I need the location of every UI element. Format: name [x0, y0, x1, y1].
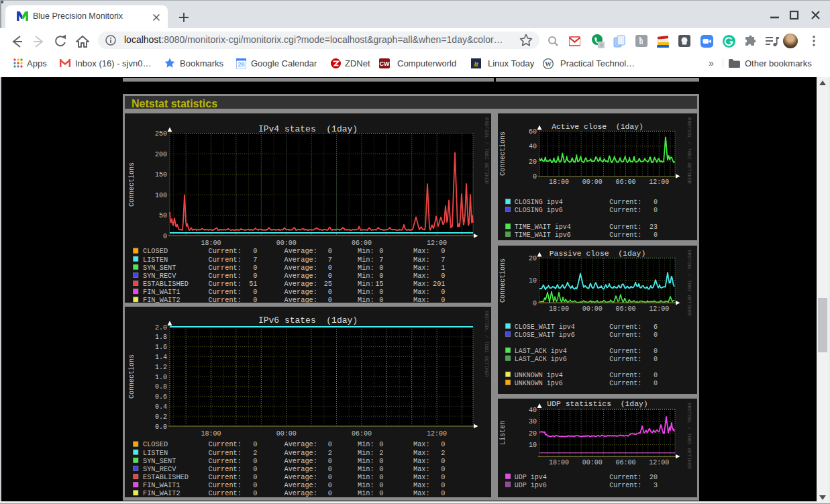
- svg-text:Min:: Min:: [358, 296, 374, 303]
- svg-text:Passive close (1day): Passive close (1day): [550, 250, 646, 258]
- svg-text:0: 0: [379, 440, 383, 448]
- svg-text:0: 0: [441, 296, 445, 303]
- svg-text:Current:: Current:: [609, 232, 641, 239]
- svg-text:1.2: 1.2: [155, 364, 167, 371]
- svg-text:7: 7: [441, 256, 445, 264]
- svg-text:30: 30: [529, 418, 537, 425]
- svg-text:20: 20: [650, 474, 658, 481]
- svg-text:0: 0: [379, 247, 383, 255]
- svg-text:UDP ipv4: UDP ipv4: [515, 474, 547, 481]
- svg-text:Current:: Current:: [209, 457, 242, 465]
- svg-text:Current:: Current:: [209, 473, 242, 481]
- svg-text:0: 0: [379, 264, 383, 272]
- svg-text:Max:: Max:: [413, 288, 430, 296]
- svg-text:RRDTOOL / TOBI OETIKER: RRDTOOL / TOBI OETIKER: [484, 311, 489, 378]
- svg-text:6: 6: [654, 323, 658, 331]
- svg-text:51: 51: [249, 280, 257, 288]
- svg-text:0: 0: [379, 473, 383, 481]
- svg-text:0: 0: [441, 457, 445, 465]
- svg-text:Min:: Min:: [358, 288, 374, 296]
- svg-text:Max:: Max:: [413, 449, 430, 457]
- svg-text:0: 0: [253, 489, 257, 497]
- svg-text:TIME_WAIT ipv6: TIME_WAIT ipv6: [515, 232, 571, 239]
- svg-text:2: 2: [253, 449, 257, 457]
- svg-text:TIME_WAIT ipv4: TIME_WAIT ipv4: [515, 223, 571, 231]
- svg-text:2.0: 2.0: [155, 324, 167, 332]
- svg-text:0: 0: [253, 481, 257, 489]
- svg-text:0: 0: [654, 380, 658, 387]
- svg-text:CLOSE_WAIT ipv6: CLOSE_WAIT ipv6: [515, 332, 575, 339]
- svg-text:SYN_SENT: SYN_SENT: [143, 264, 176, 272]
- svg-text:Current:: Current:: [209, 489, 242, 497]
- svg-text:1.8: 1.8: [155, 334, 167, 341]
- svg-text:CW: CW: [380, 60, 390, 67]
- svg-text:ESTABLISHED: ESTABLISHED: [143, 280, 189, 288]
- svg-text:0: 0: [654, 356, 658, 363]
- svg-text:0: 0: [441, 473, 445, 481]
- svg-text:Min:: Min:: [358, 449, 374, 457]
- svg-text:Min:: Min:: [358, 457, 374, 465]
- svg-text:0: 0: [654, 372, 658, 379]
- svg-text:Min:: Min:: [358, 465, 374, 473]
- svg-text:Min:: Min:: [358, 489, 374, 497]
- svg-text:0: 0: [328, 457, 332, 465]
- svg-text:20: 20: [529, 158, 537, 166]
- svg-text:Max:: Max:: [413, 465, 430, 473]
- svg-text:lt: lt: [474, 60, 478, 68]
- svg-text:Current:: Current:: [609, 348, 641, 355]
- svg-text:Average:: Average:: [284, 296, 317, 303]
- svg-text:0: 0: [253, 247, 257, 255]
- svg-text:00:00: 00:00: [582, 305, 603, 313]
- svg-text:00:00: 00:00: [276, 430, 297, 438]
- svg-text:201: 201: [433, 280, 446, 288]
- svg-text:40: 40: [529, 407, 537, 414]
- svg-text:Current:: Current:: [209, 465, 242, 473]
- svg-text:Current:: Current:: [609, 332, 641, 339]
- svg-text:Current:: Current:: [209, 247, 242, 255]
- svg-text:Current:: Current:: [209, 449, 242, 457]
- svg-text:06:00: 06:00: [352, 430, 372, 438]
- svg-text:Current:: Current:: [609, 199, 641, 206]
- svg-text:18:00: 18:00: [549, 179, 569, 186]
- svg-text:2: 2: [379, 449, 383, 457]
- svg-text:Average:: Average:: [284, 280, 317, 288]
- svg-text:Min:: Min:: [358, 264, 374, 272]
- svg-text:06:00: 06:00: [352, 240, 372, 247]
- svg-text:Min:: Min:: [358, 481, 374, 489]
- svg-text:40: 40: [529, 143, 537, 150]
- svg-text:0: 0: [441, 247, 445, 255]
- svg-text:0: 0: [328, 264, 332, 272]
- svg-text:0: 0: [441, 465, 445, 473]
- svg-text:FIN_WAIT1: FIN_WAIT1: [143, 481, 180, 489]
- svg-text:Current:: Current:: [609, 482, 641, 489]
- svg-text:Current:: Current:: [609, 323, 641, 331]
- svg-text:LISTEN: LISTEN: [143, 256, 168, 264]
- svg-text:SYN_RECV: SYN_RECV: [143, 465, 176, 473]
- svg-text:Current:: Current:: [209, 264, 242, 272]
- svg-text:0.4: 0.4: [155, 403, 167, 411]
- svg-text:CLOSING ipv6: CLOSING ipv6: [515, 207, 563, 214]
- svg-text:0: 0: [654, 199, 658, 206]
- svg-text:0: 0: [253, 457, 257, 465]
- svg-text:0: 0: [533, 173, 537, 181]
- svg-text:Min:: Min:: [358, 272, 374, 280]
- svg-text:0: 0: [379, 296, 383, 303]
- svg-text:00:00: 00:00: [582, 179, 603, 186]
- svg-text:0: 0: [441, 440, 445, 448]
- svg-text:10: 10: [529, 442, 537, 449]
- svg-text:UNKNOWN ipv4: UNKNOWN ipv4: [515, 372, 563, 379]
- svg-text:10: 10: [529, 277, 537, 285]
- svg-text:Connections: Connections: [499, 258, 507, 303]
- svg-text:0: 0: [441, 288, 445, 296]
- svg-text:28: 28: [238, 61, 244, 68]
- svg-text:Max:: Max:: [413, 440, 430, 448]
- svg-text:12:00: 12:00: [427, 430, 447, 438]
- svg-text:1.6: 1.6: [155, 344, 167, 351]
- svg-text:2: 2: [328, 449, 332, 457]
- svg-text:Min:: Min:: [358, 256, 374, 264]
- svg-text:0: 0: [328, 440, 332, 448]
- svg-text:0.0: 0.0: [155, 423, 167, 431]
- svg-text:CLOSED: CLOSED: [143, 247, 168, 255]
- svg-text:7: 7: [379, 256, 383, 264]
- svg-text:25: 25: [324, 280, 332, 288]
